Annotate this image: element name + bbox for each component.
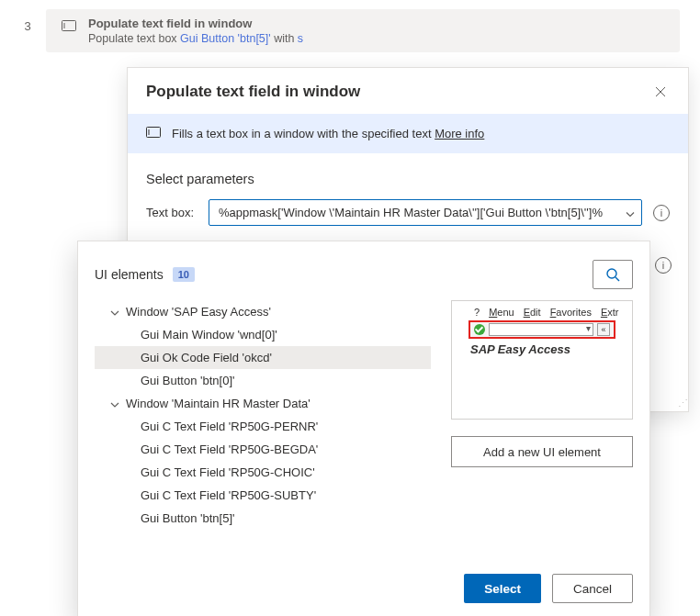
info-icon[interactable]: i [655, 257, 672, 274]
search-button[interactable] [593, 260, 633, 289]
svg-line-7 [615, 277, 619, 281]
tree-item[interactable]: Gui Button 'btn[5]' [95, 507, 431, 530]
tree-item[interactable]: Gui Button 'btn[0]' [95, 369, 431, 392]
chevron-down-icon[interactable] [626, 206, 635, 219]
tree-group[interactable]: Window 'SAP Easy Access' [95, 300, 431, 323]
back-icon: « [597, 323, 610, 336]
preview-menubar: ? Menu Edit Favorites Extr [469, 305, 615, 320]
preview-combo [489, 323, 593, 336]
dialog-info-text: Fills a text box in a window with the sp… [172, 127, 435, 140]
tree-group[interactable]: Window 'Maintain HR Master Data' [95, 392, 431, 415]
tree-item[interactable]: Gui Main Window 'wnd[0]' [95, 323, 431, 346]
params-heading: Select parameters [146, 170, 670, 199]
step-card[interactable]: Populate text field in window Populate t… [46, 9, 680, 52]
tree-item[interactable]: Gui Ok Code Field 'okcd' [95, 346, 431, 369]
textbox-label: Text box: [146, 206, 198, 219]
tree-item[interactable]: Gui C Text Field 'RP50G-BEGDA' [95, 438, 431, 461]
step-uielement-link[interactable]: Gui Button 'btn[5]' [180, 32, 271, 45]
close-icon[interactable] [651, 83, 670, 101]
ui-elements-popover: UI elements 10 Window 'SAP Easy Access' … [77, 241, 650, 616]
ui-element-preview: ? Menu Edit Favorites Extr « SAP Easy Ac… [451, 300, 633, 420]
step-title: Populate text field in window [88, 17, 303, 30]
tree-item[interactable]: Gui C Text Field 'RP50G-CHOIC' [95, 461, 431, 484]
step-description: Populate text box Gui Button 'btn[5]' wi… [88, 32, 303, 45]
svg-point-6 [607, 269, 616, 278]
chevron-down-icon [107, 397, 122, 410]
chevron-down-icon [107, 305, 122, 319]
dialog-title: Populate text field in window [146, 83, 360, 101]
resize-handle-icon[interactable]: ⋰ [678, 398, 686, 409]
ui-elements-tree: Window 'SAP Easy Access' Gui Main Window… [95, 300, 431, 530]
dialog-info-banner: Fills a text box in a window with the sp… [128, 114, 688, 153]
ui-elements-count-badge: 10 [173, 267, 195, 282]
textbox-icon [57, 17, 81, 31]
check-icon [474, 324, 485, 335]
tree-item[interactable]: Gui C Text Field 'RP50G-PERNR' [95, 415, 431, 438]
info-icon[interactable]: i [653, 205, 670, 221]
select-button[interactable]: Select [464, 574, 541, 603]
add-ui-element-button[interactable]: Add a new UI element [451, 436, 633, 467]
cancel-button[interactable]: Cancel [552, 574, 633, 603]
preview-highlight: « [469, 320, 615, 339]
tree-item[interactable]: Gui C Text Field 'RP50G-SUBTY' [95, 484, 431, 507]
preview-title: SAP Easy Access [469, 339, 615, 356]
textbox-icon [146, 127, 161, 140]
step-number: 3 [9, 9, 46, 33]
more-info-link[interactable]: More info [435, 127, 484, 140]
textbox-input[interactable] [209, 199, 642, 226]
popover-title: UI elements [95, 267, 164, 282]
